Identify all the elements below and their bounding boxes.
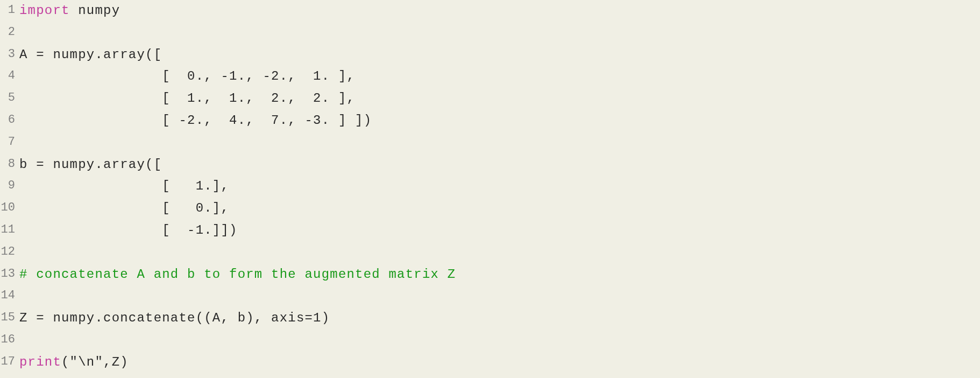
line-number: 14 xyxy=(0,285,15,307)
line-number: 6 xyxy=(0,110,15,132)
code-line xyxy=(19,330,980,352)
code-content: import numpy A = numpy.array([ [ 0., -1.… xyxy=(19,0,980,374)
line-number: 11 xyxy=(0,220,15,242)
code-token: # concatenate A and b to form the augmen… xyxy=(19,267,456,282)
line-number: 1 xyxy=(0,0,15,22)
code-line: A = numpy.array([ xyxy=(19,44,980,66)
code-line: [ 1., 1., 2., 2. ], xyxy=(19,88,980,110)
line-number-gutter: 1234567891011121314151617 xyxy=(0,0,19,374)
line-number: 3 xyxy=(0,44,15,66)
line-number: 8 xyxy=(0,154,15,176)
line-number: 16 xyxy=(0,330,15,352)
code-line: [ 0., -1., -2., 1. ], xyxy=(19,66,980,88)
code-token: [ -2., 4., 7., -3. ] ]) xyxy=(19,113,372,128)
code-token: [ -1.]]) xyxy=(19,223,238,237)
line-number: 5 xyxy=(0,88,15,110)
line-number: 2 xyxy=(0,22,15,44)
code-block: 1234567891011121314151617 import numpy A… xyxy=(0,0,980,374)
code-line: # concatenate A and b to form the augmen… xyxy=(19,264,980,286)
code-line: [ -1.]]) xyxy=(19,220,980,242)
code-line xyxy=(19,22,980,44)
code-line xyxy=(19,132,980,154)
code-token: import xyxy=(19,3,70,18)
line-number: 13 xyxy=(0,264,15,286)
code-line xyxy=(19,242,980,264)
code-line: print("\n",Z) xyxy=(19,352,980,374)
code-line: [ 1.], xyxy=(19,176,980,198)
line-number: 17 xyxy=(0,352,15,374)
code-token: numpy xyxy=(70,3,120,18)
code-token: A = numpy.array([ xyxy=(19,47,162,62)
line-number: 7 xyxy=(0,132,15,154)
code-token: ("\n",Z) xyxy=(61,355,129,369)
code-token: print xyxy=(19,355,61,369)
code-token: b = numpy.array([ xyxy=(19,157,162,172)
code-token: [ 1.], xyxy=(19,179,229,193)
line-number: 4 xyxy=(0,66,15,88)
code-line: b = numpy.array([ xyxy=(19,154,980,176)
code-line: [ 0.], xyxy=(19,198,980,220)
code-token: [ 0.], xyxy=(19,201,229,215)
line-number: 9 xyxy=(0,176,15,198)
code-token: [ 1., 1., 2., 2. ], xyxy=(19,91,355,106)
code-token: [ 0., -1., -2., 1. ], xyxy=(19,69,355,83)
code-line: import numpy xyxy=(19,0,980,22)
line-number: 12 xyxy=(0,242,15,264)
line-number: 10 xyxy=(0,198,15,220)
code-line: Z = numpy.concatenate((A, b), axis=1) xyxy=(19,307,980,330)
code-line xyxy=(19,285,980,307)
code-line: [ -2., 4., 7., -3. ] ]) xyxy=(19,110,980,132)
code-token: Z = numpy.concatenate((A, b), axis=1) xyxy=(19,311,330,325)
line-number: 15 xyxy=(0,307,15,330)
